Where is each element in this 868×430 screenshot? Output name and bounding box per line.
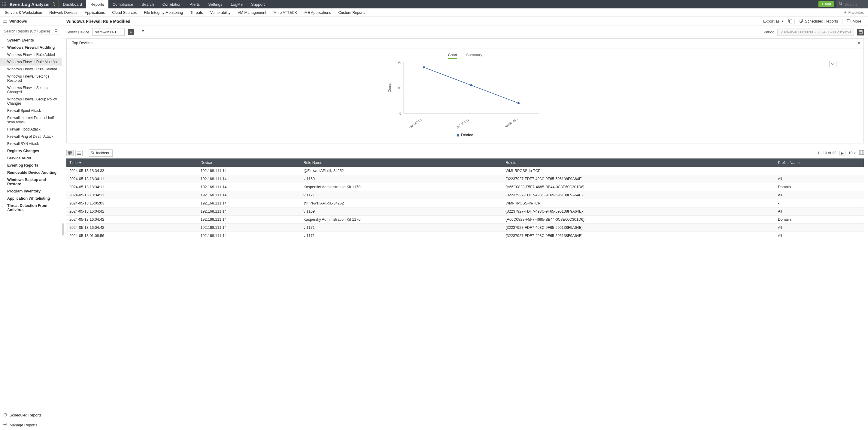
chart-legend: Device xyxy=(79,133,851,137)
tree-leaf[interactable]: Windows Firewall Settings Changed xyxy=(0,84,62,96)
nav-settings[interactable]: Settings xyxy=(204,0,226,8)
apps-grid-icon[interactable] xyxy=(0,2,8,6)
tree-group[interactable]: ›Application Whitelisting xyxy=(0,195,62,202)
nav-reports[interactable]: Reports xyxy=(86,0,108,8)
svg-text:Count: Count xyxy=(388,83,391,92)
svg-point-32 xyxy=(470,84,472,86)
table-row[interactable]: 2024-05-13 18:34:33192.168.111.14@Firewa… xyxy=(66,167,864,175)
star-icon: ★ xyxy=(844,10,847,15)
column-settings-icon[interactable] xyxy=(859,151,864,155)
tree-leaf[interactable]: Firewall Ping of Death Attack xyxy=(0,133,62,140)
list-view-icon[interactable] xyxy=(75,150,83,156)
subnav-item[interactable]: Applications xyxy=(81,8,108,17)
next-page-icon[interactable]: ▶ xyxy=(839,151,845,155)
chevron-icon: › xyxy=(1,47,5,48)
subnav-item[interactable]: Custom Reports xyxy=(335,8,369,17)
column-header[interactable]: Profile Name xyxy=(775,159,864,167)
table-row[interactable]: 2024-05-13 16:04:42192.168.111.14Kaspers… xyxy=(66,216,864,224)
svg-rect-18 xyxy=(847,20,850,22)
tree-group[interactable]: ›Windows Firewall Auditing xyxy=(0,44,62,51)
incident-icon xyxy=(91,151,95,155)
sidebar-footer-item[interactable]: Manage Reports xyxy=(0,420,62,430)
more-dropdown[interactable]: More xyxy=(844,19,864,24)
incident-button[interactable]: Incident xyxy=(89,149,113,157)
table-row[interactable]: 2024-05-13 18:34:11192.168.111.14Kaspers… xyxy=(66,183,864,191)
tree-group[interactable]: ›System Events xyxy=(0,37,62,44)
page-size-selector[interactable]: 10 ▼ xyxy=(848,151,856,155)
chart-chevron-down-icon[interactable] xyxy=(829,61,836,67)
hamburger-icon[interactable] xyxy=(3,20,7,23)
search-icon[interactable] xyxy=(55,29,58,34)
tree-group[interactable]: ›Program Inventory xyxy=(0,188,62,195)
tree-leaf[interactable]: Windows Firewall Rule Modified xyxy=(0,58,62,65)
add-device-button[interactable]: + xyxy=(128,29,134,35)
nav-correlation[interactable]: Correlation xyxy=(158,0,186,8)
svg-rect-0 xyxy=(2,2,3,3)
table-row[interactable]: 2024-05-13 16:04:42192.168.111.14v 1169{… xyxy=(66,207,864,216)
nav-alerts[interactable]: Alerts xyxy=(186,0,204,8)
tree-leaf[interactable]: Firewall Flood Attack xyxy=(0,126,62,133)
sidebar-collapse-handle[interactable] xyxy=(62,223,64,235)
chevron-icon: › xyxy=(2,156,4,160)
table-row[interactable]: 2024-05-13 16:04:42192.168.111.14v 1171{… xyxy=(66,224,864,232)
svg-text:its360-w1...: its360-w1... xyxy=(504,117,519,128)
global-search[interactable] xyxy=(836,0,868,8)
calendar-button[interactable] xyxy=(857,29,864,35)
tree-leaf[interactable]: Firewall SYN Attack xyxy=(0,140,62,147)
tree-group[interactable]: ›Registry Changes xyxy=(0,147,62,154)
tree-leaf[interactable]: Windows Firewall Group Policy Changes xyxy=(0,96,62,107)
nav-support[interactable]: Support xyxy=(247,0,269,8)
column-header[interactable]: RuleId xyxy=(502,159,775,167)
export-file-icon[interactable] xyxy=(788,19,793,24)
filter-icon[interactable] xyxy=(140,30,146,34)
chart-tab-chart[interactable]: Chart xyxy=(448,53,457,59)
tree-leaf[interactable]: Windows Firewall Rule Added xyxy=(0,51,62,58)
svg-line-10 xyxy=(841,4,842,5)
table-row[interactable]: 2024-05-13 18:34:11192.168.111.14v 1171{… xyxy=(66,191,864,199)
tree-leaf[interactable]: Firewall Internet Protocol half-scan att… xyxy=(0,114,62,126)
table-row[interactable]: 2024-05-13 01:08:56192.168.111.14v 1171{… xyxy=(66,232,864,240)
subnav-item[interactable]: ME Applications xyxy=(301,8,335,17)
nav-search[interactable]: Search xyxy=(137,0,158,8)
global-search-input[interactable] xyxy=(844,2,866,7)
nav-compliance[interactable]: Compliance xyxy=(108,0,137,8)
svg-text:192.168.11...: 192.168.11... xyxy=(408,117,424,130)
favorites-link[interactable]: ★ Favorites xyxy=(844,10,867,15)
subnav-item[interactable]: File Integrity Monitoring xyxy=(140,8,187,17)
subnav-item[interactable]: Servers & Workstation xyxy=(1,8,45,17)
pagination-text: 1 - 10 of 33 xyxy=(817,151,836,155)
scheduled-reports-link[interactable]: Scheduled Reports xyxy=(797,19,841,24)
sidebar-search-input[interactable] xyxy=(2,28,60,35)
subnav-item[interactable]: Network Devices xyxy=(45,8,81,17)
tree-group[interactable]: ›Removable Device Auditing xyxy=(0,169,62,176)
subnav-item[interactable]: Vulnerability xyxy=(207,8,234,17)
device-selector[interactable]: siem-win11-1,SIEM-W... xyxy=(92,29,125,36)
column-header[interactable]: Device xyxy=(198,159,301,167)
column-header[interactable]: Rule Name xyxy=(300,159,502,167)
svg-rect-1 xyxy=(4,2,5,3)
svg-text:10: 10 xyxy=(397,86,401,90)
table-row[interactable]: 2024-05-13 16:05:03192.168.111.14@Firewa… xyxy=(66,199,864,207)
subnav-item[interactable]: Threats xyxy=(187,8,206,17)
add-button[interactable]: + Add xyxy=(818,1,834,7)
tree-leaf[interactable]: Firewall Spoof Attack xyxy=(0,107,62,114)
tree-leaf[interactable]: Windows Firewall Rule Deleted xyxy=(0,65,62,73)
nav-logme[interactable]: LogMe xyxy=(226,0,247,8)
table-view-icon[interactable] xyxy=(66,150,73,156)
tree-leaf[interactable]: Windows Firewall Settings Restored xyxy=(0,73,62,84)
export-as-dropdown[interactable]: Export as ▼ xyxy=(761,19,786,24)
tree-group[interactable]: ›Threat Detection From Antivirus xyxy=(0,202,62,213)
tab-top-devices[interactable]: Top Devices xyxy=(67,39,98,48)
tree-group[interactable]: ›Eventlog Reports xyxy=(0,162,62,169)
chart-tab-summary[interactable]: Summary xyxy=(466,53,482,59)
subnav-item[interactable]: Mitre ATT&CK xyxy=(270,8,301,17)
table-row[interactable]: 2024-05-13 18:34:11192.168.111.14v 1169{… xyxy=(66,175,864,183)
subnav-item[interactable]: Cloud Sources xyxy=(108,8,140,17)
column-header[interactable]: Time▼ xyxy=(66,159,198,167)
chart-settings-icon[interactable] xyxy=(855,39,864,48)
nav-dashboard[interactable]: Dashboard xyxy=(59,0,86,8)
subnav-item[interactable]: VM Management xyxy=(234,8,270,17)
sidebar-footer-item[interactable]: Scheduled Reports xyxy=(0,410,62,420)
tree-group[interactable]: ›Service Audit xyxy=(0,154,62,162)
tree-group[interactable]: ›Windows Backup and Restore xyxy=(0,176,62,188)
